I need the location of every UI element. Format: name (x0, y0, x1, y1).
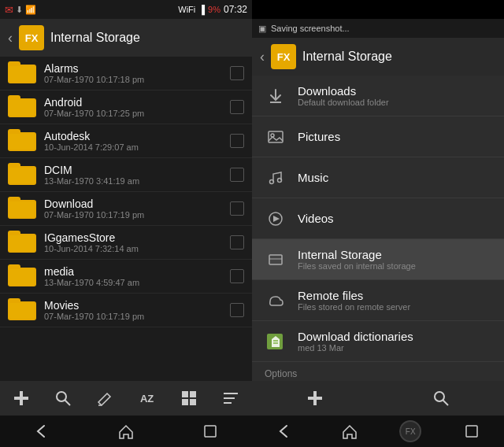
folder-icon (8, 231, 36, 254)
drawer-item-videos[interactable]: Videos (252, 198, 504, 239)
drawer-item-download-dictionaries-title: Download dictionaries (298, 330, 491, 343)
svg-rect-10 (224, 397, 235, 399)
drawer-item-music-title: Music (298, 171, 491, 184)
left-bottom-toolbar: AZ (0, 381, 252, 416)
file-info: Autodesk 10-Jun-2014 7:29:07 am (44, 130, 222, 152)
left-header: ‹ FX Internal Storage (0, 19, 252, 57)
svg-rect-5 (182, 391, 188, 397)
screenshot-icon: ▣ (258, 24, 266, 34)
file-checkbox[interactable] (230, 134, 244, 148)
right-status-bar: ▣ Saving screenshot... (252, 19, 504, 38)
folder-icon (8, 264, 36, 288)
toolbar-sort-button[interactable]: AZ (132, 382, 163, 414)
home-nav-button-left[interactable] (106, 417, 146, 445)
drawer-item-internal-storage-title: Internal Storage (298, 248, 491, 261)
time-display: 07:32 (224, 4, 247, 15)
drawer-item-downloads[interactable]: Downloads Default download folder (252, 76, 504, 116)
file-checkbox[interactable] (230, 168, 244, 182)
home-nav-button-right[interactable] (330, 417, 369, 445)
list-item[interactable]: Autodesk 10-Jun-2014 7:29:07 am (0, 124, 252, 158)
gmail-icon: ✉ (5, 4, 13, 16)
file-date: 10-Jun-2014 7:29:07 am (44, 142, 222, 152)
file-checkbox[interactable] (230, 235, 244, 249)
file-info: Movies 07-Mar-1970 10:17:19 pm (44, 299, 222, 321)
list-item[interactable]: Download 07-Mar-1970 10:17:19 pm (0, 192, 252, 226)
drawer-item-remote-files-info: Remote files Files stored on remote serv… (298, 289, 491, 312)
file-name: Download (44, 198, 222, 210)
list-item[interactable]: media 13-Mar-1970 4:59:47 am (0, 260, 252, 294)
right-bottom-toolbar (252, 381, 504, 416)
file-date: 07-Mar-1970 10:17:19 pm (44, 312, 222, 321)
left-panel-title: Internal Storage (50, 31, 140, 45)
svg-rect-26 (308, 397, 322, 400)
drawer-item-downloads-subtitle: Default download folder (298, 98, 491, 107)
file-date: 07-Mar-1970 10:17:18 pm (44, 75, 222, 84)
svg-rect-29 (466, 426, 477, 437)
list-item[interactable]: DCIM 13-Mar-1970 3:41:19 am (0, 158, 252, 192)
back-nav-button-right[interactable] (265, 417, 304, 445)
list-item[interactable]: Alarms 07-Mar-1970 10:17:18 pm (0, 57, 252, 91)
svg-rect-12 (205, 426, 216, 437)
list-item[interactable]: Movies 07-Mar-1970 10:17:19 pm (0, 294, 252, 327)
svg-rect-1 (14, 397, 28, 400)
back-nav-button-left[interactable] (22, 417, 61, 445)
left-nav-bar (0, 416, 252, 447)
drawer-item-remote-files[interactable]: Remote files Files stored on remote serv… (252, 280, 504, 321)
toolbar-search-button[interactable] (47, 382, 79, 414)
drawer-item-download-dictionaries-subtitle: med 13 Mar (298, 343, 491, 353)
drawer-item-internal-storage[interactable]: Internal Storage Files saved on internal… (252, 239, 504, 280)
file-date: 10-Jun-2014 7:32:14 am (44, 244, 222, 253)
remote-files-drawer-icon (265, 290, 287, 312)
file-checkbox[interactable] (230, 66, 244, 80)
wifi-icon: WiFi (178, 5, 195, 14)
file-name: IGgamesStore (44, 231, 222, 244)
svg-rect-14 (269, 131, 283, 142)
drawer-item-download-dictionaries[interactable]: Download dictionaries med 13 Mar (252, 321, 504, 362)
svg-point-27 (435, 392, 444, 401)
drawer-item-music[interactable]: Music (252, 157, 504, 198)
drawer-item-remote-files-subtitle: Files stored on remote server (298, 302, 491, 312)
recent-nav-button-right[interactable] (452, 417, 491, 445)
internal-storage-drawer-icon (265, 249, 287, 271)
folder-icon (8, 129, 36, 153)
file-checkbox[interactable] (230, 303, 244, 317)
svg-line-3 (65, 401, 70, 406)
svg-point-2 (57, 392, 66, 401)
file-info: IGgamesStore 10-Jun-2014 7:32:14 am (44, 231, 222, 253)
status-right: WiFi ▐ 9% 07:32 (178, 4, 247, 15)
right-panel-title: Internal Storage (302, 50, 392, 64)
toolbar-add-button-right[interactable] (299, 382, 331, 414)
drawer-item-downloads-title: Downloads (298, 84, 491, 98)
back-button-right[interactable]: ‹ (260, 49, 265, 65)
drawer-item-pictures-title: Pictures (298, 130, 491, 143)
battery-icon: 9% (208, 5, 220, 14)
file-date: 13-Mar-1970 3:41:19 am (44, 176, 222, 186)
toolbar-add-button[interactable] (6, 382, 37, 414)
file-name: Autodesk (44, 130, 222, 142)
svg-rect-11 (224, 402, 232, 404)
file-checkbox[interactable] (230, 201, 244, 216)
file-info: DCIM 13-Mar-1970 3:41:19 am (44, 164, 222, 186)
list-item[interactable]: Android 07-Mar-1970 10:17:25 pm (0, 91, 252, 124)
back-button-left[interactable]: ‹ (8, 30, 13, 46)
drawer-item-download-dictionaries-info: Download dictionaries med 13 Mar (298, 330, 491, 353)
toolbar-search-button-right[interactable] (425, 382, 457, 414)
toolbar-grid-button[interactable] (173, 382, 205, 414)
folder-icon (8, 197, 36, 220)
file-checkbox[interactable] (230, 269, 244, 283)
file-info: media 13-Mar-1970 4:59:47 am (44, 265, 222, 287)
recent-nav-button-left[interactable] (191, 417, 230, 445)
list-item[interactable]: IGgamesStore 10-Jun-2014 7:32:14 am (0, 226, 252, 260)
svg-point-17 (278, 178, 282, 182)
toolbar-more-button[interactable] (215, 382, 246, 414)
file-date: 13-Mar-1970 4:59:47 am (44, 278, 222, 287)
file-info: Alarms 07-Mar-1970 10:17:18 pm (44, 62, 222, 84)
drawer-item-pictures[interactable]: Pictures (252, 116, 504, 157)
download-dictionaries-drawer-icon (265, 331, 287, 353)
file-checkbox[interactable] (230, 100, 244, 114)
right-panel: ▣ Saving screenshot... ‹ FX Internal Sto… (252, 19, 504, 447)
toolbar-edit-button[interactable] (89, 382, 120, 414)
music-drawer-icon (265, 167, 287, 189)
drawer-item-videos-info: Videos (298, 212, 491, 225)
file-date: 07-Mar-1970 10:17:25 pm (44, 109, 222, 118)
